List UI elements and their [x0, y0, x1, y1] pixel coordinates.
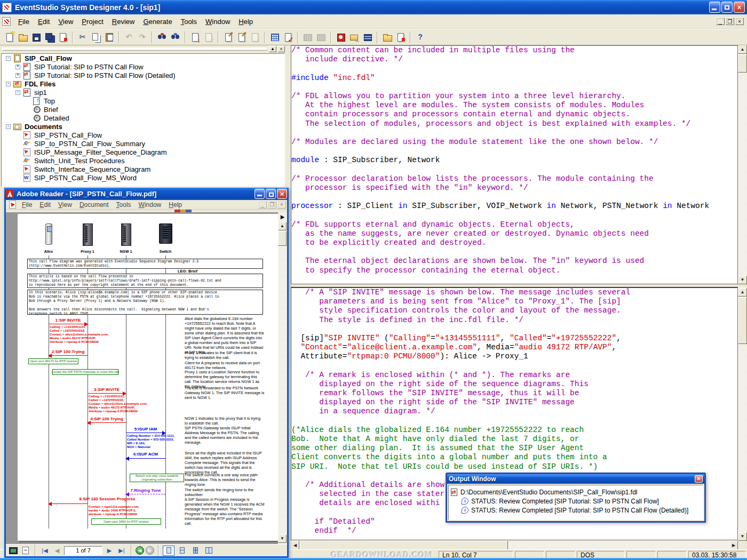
pdf-scrollbar[interactable]: ▶ ▲ ▼	[278, 212, 287, 544]
menu-view[interactable]: View	[54, 16, 77, 27]
tree-item[interactable]: Switch_Interface_Sequence_Diagram	[2, 165, 284, 173]
previous-document-icon[interactable]	[189, 31, 201, 43]
filter-icon[interactable]	[301, 31, 314, 43]
paste-icon[interactable]	[103, 31, 115, 43]
tree-item[interactable]: Brief	[2, 105, 284, 114]
continuous-layout-button[interactable]	[176, 546, 188, 556]
scroll-up-button[interactable]: ▲	[738, 288, 747, 297]
menu-help[interactable]: Help	[234, 16, 257, 27]
tree-item[interactable]: -sip1	[2, 88, 284, 97]
save-all-icon[interactable]	[43, 31, 55, 43]
fullscreen-icon[interactable]	[8, 546, 19, 556]
tree-expander[interactable]: +	[15, 65, 20, 69]
cut-icon[interactable]: ✂	[76, 31, 89, 43]
copy-icon[interactable]	[90, 31, 102, 43]
menu-project[interactable]: Project	[77, 16, 107, 27]
scroll-right-button[interactable]: ▶	[729, 541, 738, 550]
output-status-row[interactable]: iSTATUS: Review Completed [SIP Tutorial:…	[451, 506, 701, 515]
code-editor-top[interactable]: /* Common content can be included in mul…	[291, 45, 738, 284]
next-document-icon[interactable]	[202, 31, 214, 43]
previous-view-button[interactable]: ◀	[136, 546, 144, 555]
filter-off-icon[interactable]	[315, 31, 327, 43]
adobe-menu-view[interactable]: View	[54, 200, 76, 210]
adobe-menu-edit[interactable]: Edit	[36, 200, 54, 210]
menu-tools[interactable]: Tools	[177, 16, 201, 27]
adobe-menu-window[interactable]: Window	[135, 200, 165, 210]
panel-gripper[interactable]	[2, 47, 267, 51]
minimize-button[interactable]	[709, 2, 720, 13]
new-document-icon[interactable]	[3, 31, 15, 43]
single-page-layout-button[interactable]	[163, 546, 174, 556]
scroll-left-button[interactable]: ◀	[291, 541, 299, 550]
project-tree[interactable]: -SIP_Call_Flow+SIP Tutorial: SIP to PSTN…	[1, 53, 285, 187]
export-document-icon[interactable]	[57, 31, 69, 43]
page-number-field[interactable]: 1 of 7	[64, 546, 102, 555]
adobe-menu-file[interactable]: File	[18, 200, 36, 210]
adobe-menu-tools[interactable]: Tools	[113, 200, 135, 210]
adobe-menu-document[interactable]: Document	[76, 200, 113, 210]
toggle-document-window-icon[interactable]	[348, 31, 360, 43]
find-in-files-icon[interactable]	[169, 31, 181, 43]
toggle-output-window-icon[interactable]	[361, 31, 374, 43]
review-insert-icon[interactable]	[222, 31, 234, 43]
mdi-restore-button[interactable]: ❒	[726, 18, 734, 25]
tree-item[interactable]: Switch_Unit_Test Procedures	[2, 156, 284, 165]
minimize-button[interactable]	[255, 189, 265, 199]
navigation-pane-arrow[interactable]: ▶	[279, 214, 287, 221]
zoom-out-icon[interactable]: −	[20, 546, 31, 556]
tree-item[interactable]: Detailed	[2, 114, 284, 122]
help-icon[interactable]: ?	[414, 31, 426, 43]
tree-item[interactable]: +SIP Tutorial: SIP to PSTN Call Flow	[2, 62, 284, 71]
open-icon[interactable]	[17, 31, 29, 43]
open-project-folder-icon[interactable]	[381, 31, 393, 43]
scrollbar-thumb[interactable]	[278, 231, 287, 246]
find-icon[interactable]	[156, 31, 168, 43]
tree-item[interactable]: SIP_PSTN_Call_Flow_MS_Word	[2, 173, 284, 182]
undo-icon[interactable]: ↶	[123, 31, 135, 43]
next-view-button[interactable]: ▶	[146, 546, 154, 555]
scroll-down-button[interactable]: ▼	[738, 276, 747, 284]
output-file-row[interactable]: D:\Documents\EventStudio Documents\SIP_C…	[451, 487, 701, 497]
tree-expander[interactable]: -	[6, 82, 11, 86]
output-window-body[interactable]: D:\Documents\EventStudio Documents\SIP_C…	[448, 485, 703, 520]
close-button[interactable]: ×	[277, 189, 287, 199]
close-button[interactable]: ×	[734, 2, 745, 13]
top-pane-scrollbar[interactable]: ▲ ▼	[738, 45, 747, 284]
review-edit-icon[interactable]	[235, 31, 248, 43]
mdi-minimize-button[interactable]: _	[716, 18, 725, 25]
facing-layout-button[interactable]	[203, 546, 214, 556]
menu-review[interactable]: Review	[108, 16, 139, 27]
redo-icon[interactable]: ↷	[136, 31, 148, 43]
menu-file[interactable]: File	[14, 16, 34, 27]
menu-window[interactable]: Window	[201, 16, 234, 27]
scroll-down-button[interactable]: ▼	[278, 534, 287, 543]
continuous-facing-layout-button[interactable]	[189, 546, 201, 556]
tree-item[interactable]: +SIP Tutorial: SIP to PSTN Call Flow (De…	[2, 71, 284, 79]
tree-expander[interactable]: -	[15, 90, 20, 95]
mdi-close-button[interactable]: ×	[735, 18, 744, 25]
next-page-button[interactable]: ▶	[104, 546, 115, 556]
bottom-pane-scrollbar[interactable]: ▲ ▼	[738, 287, 747, 541]
tree-item[interactable]: -Documents	[2, 122, 284, 131]
menu-generate[interactable]: Generate	[139, 16, 176, 27]
tree-item[interactable]: SIP_to_PSTN_Call_Flow_Summary	[2, 139, 284, 148]
output-status-row[interactable]: iSTATUS: Review Completed [SIP Tutorial:…	[451, 497, 701, 506]
scrollbar-thumb[interactable]	[738, 54, 747, 73]
close-icon[interactable]: ×	[695, 475, 703, 483]
toggle-project-window-icon[interactable]	[335, 31, 347, 43]
restore-button[interactable]	[721, 2, 733, 13]
panel-collapse-button[interactable]: ▲	[269, 46, 276, 52]
table-view-icon[interactable]	[268, 31, 281, 43]
adobe-menu-help[interactable]: Help	[165, 200, 186, 210]
menu-edit[interactable]: Edit	[34, 16, 54, 27]
tree-item[interactable]: ISUP_Message_Filter_Sequence_Diagram	[2, 148, 284, 156]
scroll-down-button[interactable]: ▼	[738, 532, 747, 541]
tree-item[interactable]: Top	[2, 97, 284, 105]
scroll-up-button[interactable]: ▲	[278, 222, 287, 230]
scroll-up-button[interactable]: ▲	[738, 45, 747, 54]
previous-page-button[interactable]: ◀	[52, 546, 62, 556]
generate-documents-icon[interactable]	[394, 31, 407, 43]
panel-close-button[interactable]: x	[277, 46, 285, 52]
tree-item[interactable]: -SIP_Call_Flow	[2, 54, 284, 62]
scrollbar-thumb[interactable]	[300, 541, 508, 550]
